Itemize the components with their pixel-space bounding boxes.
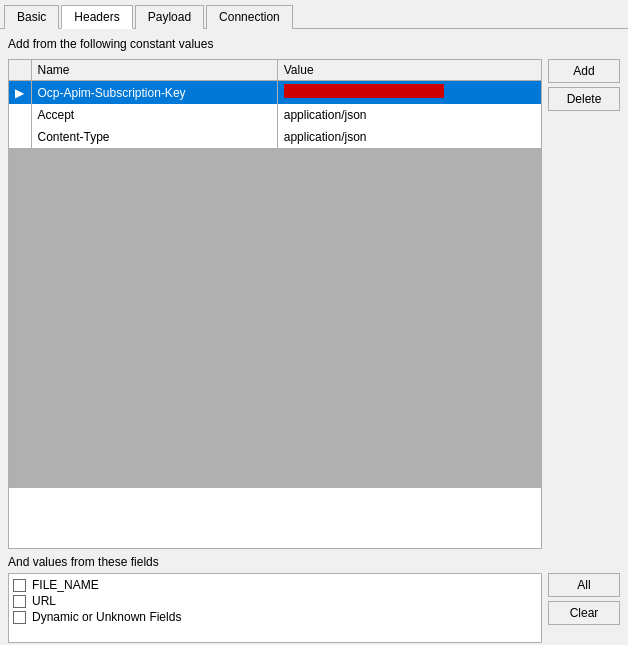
list-item[interactable]: URL	[13, 594, 537, 608]
row-value: application/json	[277, 126, 541, 148]
all-button[interactable]: All	[548, 573, 620, 597]
tab-basic[interactable]: Basic	[4, 5, 59, 29]
row-name: Content-Type	[31, 126, 277, 148]
main-content: Add from the following constant values N…	[0, 29, 628, 645]
row-name: Ocp-Apim-Subscription-Key	[31, 81, 277, 105]
tab-bar: Basic Headers Payload Connection	[0, 0, 628, 29]
constant-values-label: Add from the following constant values	[8, 37, 620, 51]
table-row[interactable]: ▶ Ocp-Apim-Subscription-Key	[9, 81, 541, 105]
table-buttons: Add Delete	[548, 59, 620, 549]
list-item[interactable]: Dynamic or Unknown Fields	[13, 610, 537, 624]
row-name: Accept	[31, 104, 277, 126]
delete-button[interactable]: Delete	[548, 87, 620, 111]
tab-payload[interactable]: Payload	[135, 5, 204, 29]
col-header-name: Name	[31, 60, 277, 81]
main-container: Basic Headers Payload Connection Add fro…	[0, 0, 628, 645]
row-arrow	[9, 104, 31, 126]
table-section: Name Value ▶ Ocp-Apim-Subscription-Key	[8, 59, 620, 549]
tab-connection[interactable]: Connection	[206, 5, 293, 29]
row-value	[277, 81, 541, 105]
tab-headers[interactable]: Headers	[61, 5, 132, 29]
col-header-arrow	[9, 60, 31, 81]
headers-table: Name Value ▶ Ocp-Apim-Subscription-Key	[9, 60, 541, 488]
file-name-checkbox[interactable]	[13, 579, 26, 592]
file-name-label: FILE_NAME	[32, 578, 99, 592]
clear-button[interactable]: Clear	[548, 601, 620, 625]
row-arrow: ▶	[9, 81, 31, 105]
table-row[interactable]: Accept application/json	[9, 104, 541, 126]
list-item[interactable]: FILE_NAME	[13, 578, 537, 592]
col-header-value: Value	[277, 60, 541, 81]
url-checkbox[interactable]	[13, 595, 26, 608]
fields-row: FILE_NAME URL Dynamic or Unknown Fields …	[8, 573, 620, 643]
dynamic-checkbox[interactable]	[13, 611, 26, 624]
fields-buttons: All Clear	[548, 573, 620, 643]
dynamic-label: Dynamic or Unknown Fields	[32, 610, 181, 624]
url-label: URL	[32, 594, 56, 608]
redacted-value	[284, 84, 444, 98]
add-button[interactable]: Add	[548, 59, 620, 83]
fields-section: And values from these fields FILE_NAME U…	[8, 555, 620, 643]
fields-list: FILE_NAME URL Dynamic or Unknown Fields	[8, 573, 542, 643]
table-wrapper: Name Value ▶ Ocp-Apim-Subscription-Key	[8, 59, 542, 549]
empty-row	[9, 148, 541, 488]
row-arrow	[9, 126, 31, 148]
fields-label: And values from these fields	[8, 555, 620, 569]
table-row[interactable]: Content-Type application/json	[9, 126, 541, 148]
row-value: application/json	[277, 104, 541, 126]
